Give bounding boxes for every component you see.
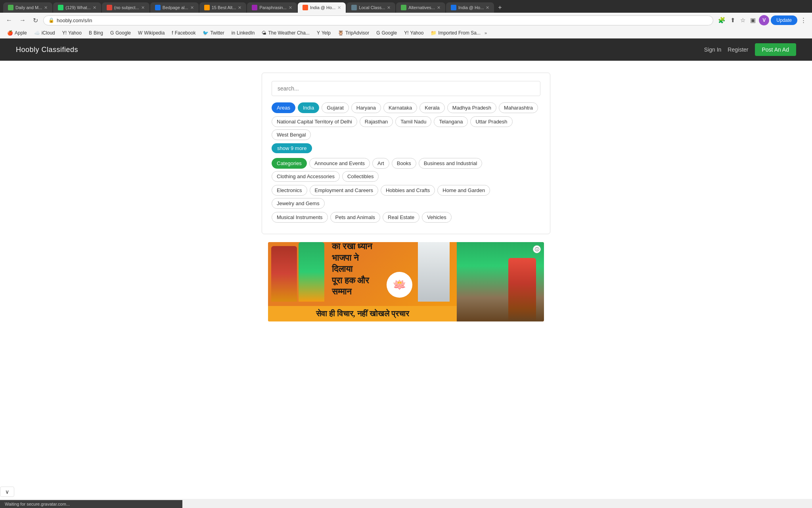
- filter-kerala[interactable]: Kerala: [419, 102, 445, 113]
- tab-7[interactable]: India @ Ho... ✕: [298, 2, 346, 13]
- cat-hobbies-crafts[interactable]: Hobbies and Crafts: [381, 185, 435, 196]
- tab-3[interactable]: (no subject... ✕: [102, 2, 149, 13]
- lock-icon: 🔒: [48, 17, 54, 23]
- bookmark-facebook[interactable]: f Facebook: [169, 29, 199, 37]
- filter-areas[interactable]: Areas: [272, 102, 295, 113]
- update-button[interactable]: Update: [771, 15, 797, 25]
- post-ad-button[interactable]: Post An Ad: [755, 43, 797, 56]
- site-nav: Hoobly Classifieds Sign In Register Post…: [0, 38, 812, 61]
- filter-gujarat[interactable]: Gujarat: [322, 102, 349, 113]
- cat-art[interactable]: Art: [372, 158, 389, 169]
- cat-electronics[interactable]: Electronics: [272, 185, 307, 196]
- filter-maharashtra[interactable]: Maharashtra: [499, 102, 538, 113]
- reload-button[interactable]: ↻: [31, 15, 40, 25]
- tab-favicon-3: [107, 5, 112, 10]
- tab-5[interactable]: 15 Best Alt... ✕: [199, 2, 247, 13]
- tab-9[interactable]: Alternatives... ✕: [396, 2, 445, 13]
- address-bar-row: ← → ↻ 🔒 hoobly.com/s/in 🧩 ⬆ ☆ ▣ V Update…: [0, 13, 812, 28]
- forward-button[interactable]: →: [17, 15, 28, 25]
- back-button[interactable]: ←: [4, 15, 14, 25]
- sign-in-link[interactable]: Sign In: [704, 46, 722, 53]
- bookmark-google[interactable]: G Google: [107, 29, 134, 37]
- tab-6[interactable]: Paraphrasin... ✕: [247, 2, 297, 13]
- cat-clothing-accessories[interactable]: Clothing and Accessories: [272, 171, 340, 182]
- bookmark-label: Twitter: [210, 30, 224, 36]
- bookmark-linkedin[interactable]: in LinkedIn: [228, 29, 258, 37]
- tab-close-5[interactable]: ✕: [238, 5, 241, 10]
- tab-close-1[interactable]: ✕: [44, 5, 48, 10]
- filter-nct-delhi[interactable]: National Capital Territory of Delhi: [272, 116, 357, 127]
- bookmark-twitter[interactable]: 🐦 Twitter: [199, 29, 227, 37]
- profile-avatar[interactable]: V: [759, 15, 769, 25]
- share-button[interactable]: ⬆: [729, 15, 737, 25]
- toolbar-icons: 🧩 ⬆ ☆ ▣ V Update ⋮: [716, 15, 808, 25]
- categories-row-2: Electronics Employment and Careers Hobbi…: [272, 185, 540, 209]
- tab-close-2[interactable]: ✕: [93, 5, 96, 10]
- bookmark-tripadvisor[interactable]: 🦉 TripAdvisor: [335, 29, 372, 37]
- filter-uttar-pradesh[interactable]: Uttar Pradesh: [470, 116, 512, 127]
- search-input[interactable]: [272, 81, 540, 96]
- tab-close-4[interactable]: ✕: [190, 5, 194, 10]
- filter-haryana[interactable]: Haryana: [351, 102, 381, 113]
- tab-10[interactable]: India @ Ho... ✕: [446, 2, 494, 13]
- tab-4[interactable]: Bedpage al... ✕: [150, 2, 199, 13]
- bookmarks-bar: 🍎 Apple ☁️ iCloud Y! Yahoo B Bing G Goog…: [0, 28, 812, 38]
- cat-books[interactable]: Books: [392, 158, 416, 169]
- tab-8[interactable]: Local Class... ✕: [347, 2, 395, 13]
- filter-telangana[interactable]: Telangana: [434, 116, 468, 127]
- bookmark-label: TripAdvisor: [345, 30, 369, 36]
- filter-tamil-nadu[interactable]: Tamil Nadu: [395, 116, 431, 127]
- register-link[interactable]: Register: [728, 46, 748, 53]
- address-bar[interactable]: 🔒 hoobly.com/s/in: [43, 15, 713, 25]
- cat-collectibles[interactable]: Collectibles: [342, 171, 379, 182]
- tab-close-7[interactable]: ✕: [337, 5, 341, 10]
- extensions-button[interactable]: 🧩: [716, 15, 727, 25]
- tab-close-10[interactable]: ✕: [486, 5, 489, 10]
- menu-button[interactable]: ⋮: [799, 15, 808, 25]
- cat-home-garden[interactable]: Home and Garden: [437, 185, 490, 196]
- bookmark-bing[interactable]: B Bing: [86, 29, 106, 37]
- bookmark-yahoo[interactable]: Y! Yahoo: [59, 29, 85, 37]
- ad-info-icon[interactable]: ⓘ: [533, 245, 541, 253]
- filter-india[interactable]: India: [298, 102, 319, 113]
- filter-west-bengal[interactable]: West Bengal: [272, 129, 311, 140]
- filter-karnataka[interactable]: Karnataka: [383, 102, 417, 113]
- tab-close-9[interactable]: ✕: [437, 5, 440, 10]
- person-3: [418, 242, 450, 302]
- collapse-button[interactable]: ∨: [0, 487, 14, 497]
- cat-employment-careers[interactable]: Employment and Careers: [310, 185, 378, 196]
- cat-jewelry-gems[interactable]: Jewelry and Gems: [272, 198, 325, 209]
- bookmark-imported[interactable]: 📁 Imported From Sa...: [427, 29, 484, 37]
- tab-close-8[interactable]: ✕: [387, 5, 391, 10]
- bookmark-yelp[interactable]: Y Yelp: [314, 29, 334, 37]
- tab-close-6[interactable]: ✕: [289, 5, 292, 10]
- bookmark-label: Facebook: [175, 30, 196, 36]
- bookmark-wikipedia[interactable]: W Wikipedia: [135, 29, 168, 37]
- filter-rajasthan[interactable]: Rajasthan: [360, 116, 393, 127]
- browser-chrome: Daily and M... ✕ (129) What... ✕ (no sub…: [0, 0, 812, 38]
- tab-1[interactable]: Daily and M... ✕: [3, 2, 52, 13]
- cat-categories[interactable]: Categories: [272, 158, 307, 169]
- sidebar-button[interactable]: ▣: [749, 15, 757, 25]
- bookmark-apple[interactable]: 🍎 Apple: [4, 29, 30, 37]
- show-more-button[interactable]: show 9 more: [272, 143, 312, 153]
- cat-announce-events[interactable]: Announce and Events: [309, 158, 370, 169]
- cat-business-industrial[interactable]: Business and Industrial: [419, 158, 482, 169]
- bookmark-yahoo2[interactable]: Y! Yahoo: [401, 29, 427, 37]
- cat-pets-animals[interactable]: Pets and Animals: [330, 212, 380, 223]
- bookmark-google2[interactable]: G Google: [373, 29, 400, 37]
- cat-musical-instruments[interactable]: Musical Instruments: [272, 212, 328, 223]
- site-logo: Hoobly Classifieds: [16, 46, 78, 54]
- bookmark-button[interactable]: ☆: [739, 15, 747, 25]
- bookmark-weather[interactable]: 🌤 The Weather Cha...: [259, 29, 313, 37]
- area-filter-row-2: National Capital Territory of Delhi Raja…: [272, 116, 540, 140]
- tab-close-3[interactable]: ✕: [141, 5, 145, 10]
- tab-2[interactable]: (129) What... ✕: [53, 2, 101, 13]
- filter-madhya-pradesh[interactable]: Madhya Pradesh: [447, 102, 496, 113]
- bookmark-icloud[interactable]: ☁️ iCloud: [31, 29, 58, 37]
- new-tab-button[interactable]: +: [495, 2, 505, 13]
- tab-favicon-2: [58, 5, 63, 10]
- cat-real-estate[interactable]: Real Estate: [383, 212, 419, 223]
- persons-area: सफाई कर्मचारियों का रखा ध्यान भाजपा ने द…: [268, 242, 457, 302]
- cat-vehicles[interactable]: Vehicles: [422, 212, 451, 223]
